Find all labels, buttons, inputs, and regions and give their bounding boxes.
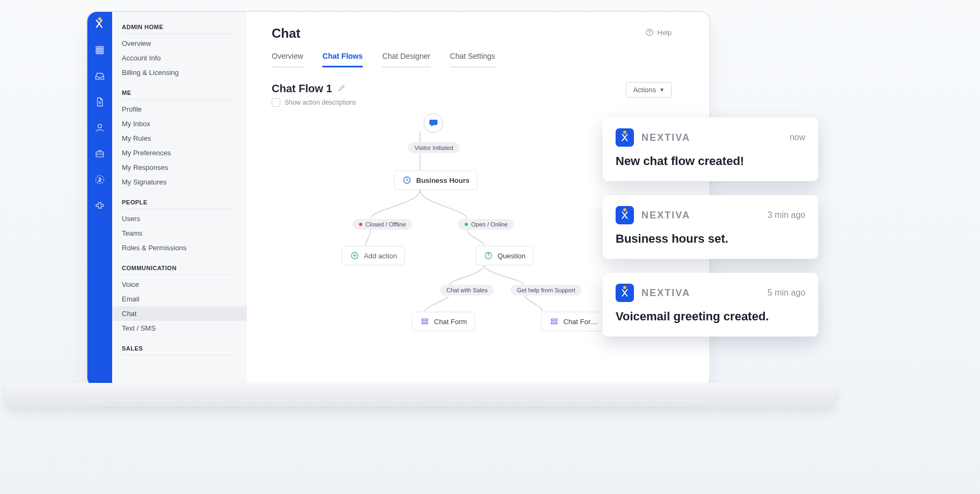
node-visitor-initiated[interactable]: Visitor Initiated <box>408 142 460 153</box>
sidebar-item-my-rules[interactable]: My Rules <box>122 131 247 146</box>
svg-point-9 <box>98 124 102 128</box>
toast-time: 3 min ago <box>768 210 805 220</box>
pill-open-online[interactable]: Open / Online <box>458 219 514 230</box>
sidebar-item-voice[interactable]: Voice <box>122 277 247 292</box>
flow-header: Chat Flow 1 <box>272 83 677 95</box>
svg-rect-4 <box>99 49 100 51</box>
sidebar-item-my-preferences[interactable]: My Preferences <box>122 146 247 160</box>
sidebar-item-users[interactable]: Users <box>122 211 247 226</box>
chat-icon <box>429 118 438 128</box>
status-dot-green <box>465 223 468 226</box>
tab-overview[interactable]: Overview <box>272 52 303 67</box>
tab-chat-flows[interactable]: Chat Flows <box>322 52 363 67</box>
plus-circle-icon <box>350 251 360 260</box>
sidebar-item-chat[interactable]: Chat <box>112 306 247 321</box>
svg-rect-17 <box>422 323 428 324</box>
sidebar: ADMIN HOME Overview Account Info Billing… <box>112 12 247 387</box>
toast-business-hours: NEXTIVA 3 min ago Business hours set. <box>603 195 818 259</box>
svg-rect-2 <box>101 46 103 48</box>
svg-rect-19 <box>551 323 557 324</box>
sidebar-item-email[interactable]: Email <box>122 292 247 306</box>
toast-message: New chat flow created! <box>616 154 805 168</box>
clock-icon <box>402 175 412 185</box>
sidebar-item-my-signatures[interactable]: My Signatures <box>122 175 247 189</box>
help-icon <box>645 28 654 37</box>
apps-icon[interactable] <box>94 44 106 56</box>
node-start[interactable] <box>424 113 443 133</box>
svg-rect-8 <box>101 52 103 53</box>
node-chat-form-left[interactable]: Chat Form <box>412 312 475 331</box>
flow-title: Chat Flow 1 <box>272 83 332 95</box>
node-question[interactable]: Question <box>475 246 534 265</box>
sidebar-item-roles[interactable]: Roles & Permissions <box>122 241 247 255</box>
user-icon[interactable] <box>94 122 106 134</box>
inbox-icon[interactable] <box>94 70 106 82</box>
sidebar-group-me: ME <box>122 90 247 96</box>
pill-help-support[interactable]: Get help from Support <box>510 285 582 296</box>
toast-voicemail: NEXTIVA 5 min ago Voicemail greeting cre… <box>603 273 818 337</box>
sidebar-group-communication: COMMUNICATION <box>122 265 247 271</box>
sidebar-item-teams[interactable]: Teams <box>122 226 247 241</box>
svg-rect-6 <box>96 52 98 53</box>
laptop-base <box>5 383 836 407</box>
sidebar-item-profile[interactable]: Profile <box>122 102 247 116</box>
page-title: Chat <box>272 26 677 41</box>
tab-chat-settings[interactable]: Chat Settings <box>450 52 495 67</box>
svg-rect-7 <box>99 52 100 53</box>
tab-chat-designer[interactable]: Chat Designer <box>382 52 431 67</box>
actions-button[interactable]: Actions▼ <box>626 82 672 98</box>
svg-rect-1 <box>99 46 100 48</box>
edit-icon[interactable] <box>337 84 346 94</box>
show-descriptions-checkbox[interactable] <box>272 98 280 107</box>
sidebar-item-text-sms[interactable]: Text / SMS <box>122 321 247 335</box>
nextiva-logo-icon <box>616 206 634 224</box>
svg-rect-0 <box>96 46 98 48</box>
toast-message: Voicemail greeting created. <box>616 310 805 324</box>
sidebar-item-billing[interactable]: Billing & Licensing <box>122 65 247 80</box>
document-icon[interactable] <box>94 96 106 108</box>
pill-closed-offline[interactable]: Closed / Offline <box>353 219 412 230</box>
sidebar-group-admin-home: ADMIN HOME <box>122 24 247 30</box>
question-icon <box>484 251 493 260</box>
form-icon <box>549 317 559 326</box>
currency-icon[interactable] <box>94 174 106 186</box>
show-descriptions-label: Show action descriptions <box>285 99 356 106</box>
sidebar-item-my-inbox[interactable]: My Inbox <box>122 116 247 131</box>
tabs: Overview Chat Flows Chat Designer Chat S… <box>272 52 677 67</box>
status-dot-red <box>359 223 362 226</box>
toast-brand: NEXTIVA <box>641 132 691 143</box>
toast-time: now <box>790 133 805 142</box>
form-icon <box>420 317 430 326</box>
svg-rect-3 <box>96 49 98 51</box>
svg-rect-18 <box>551 319 557 321</box>
help-button[interactable]: Help <box>645 28 672 37</box>
sidebar-item-account-info[interactable]: Account Info <box>122 51 247 65</box>
toast-message: Business hours set. <box>616 232 805 246</box>
sidebar-item-overview[interactable]: Overview <box>122 36 247 51</box>
sidebar-item-my-responses[interactable]: My Responses <box>122 160 247 175</box>
app-logo-icon <box>94 18 106 30</box>
nextiva-logo-icon <box>616 284 634 302</box>
toast-brand: NEXTIVA <box>641 210 691 221</box>
svg-rect-16 <box>422 319 428 321</box>
nextiva-logo-icon <box>616 128 634 147</box>
sidebar-group-sales: SALES <box>122 345 247 352</box>
toast-brand: NEXTIVA <box>641 287 691 299</box>
node-business-hours[interactable]: Business Hours <box>394 170 478 190</box>
node-add-action[interactable]: Add action <box>342 246 405 265</box>
pill-chat-sales[interactable]: Chat with Sales <box>440 285 494 296</box>
toast-time: 5 min ago <box>768 288 805 298</box>
node-chat-form-right[interactable]: Chat For… <box>541 312 606 331</box>
svg-rect-5 <box>101 49 103 51</box>
iconrail <box>87 12 112 387</box>
toast-new-flow: NEXTIVA now New chat flow created! <box>603 118 818 181</box>
chevron-down-icon: ▼ <box>659 87 665 93</box>
sidebar-group-people: PEOPLE <box>122 199 247 205</box>
integrations-icon[interactable] <box>94 200 106 211</box>
briefcase-icon[interactable] <box>94 148 106 160</box>
